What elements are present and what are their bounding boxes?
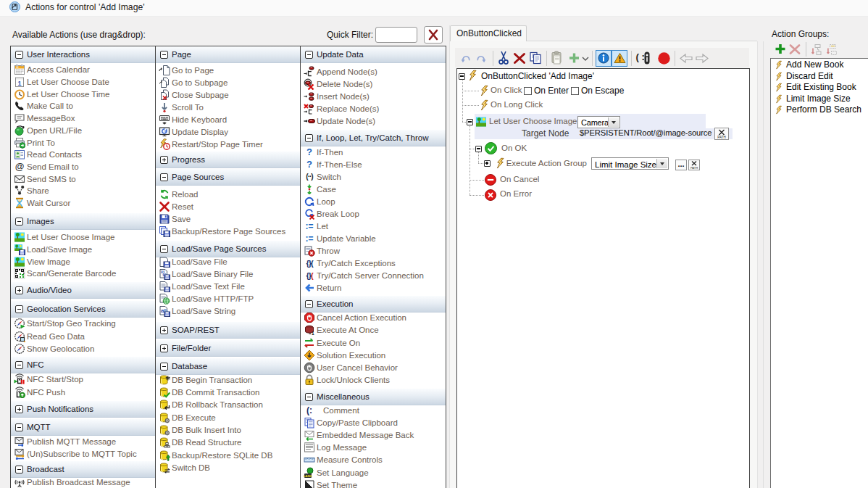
svg-text:PATH: PATH [690, 165, 698, 169]
svg-text:PATH: PATH [717, 135, 725, 138]
